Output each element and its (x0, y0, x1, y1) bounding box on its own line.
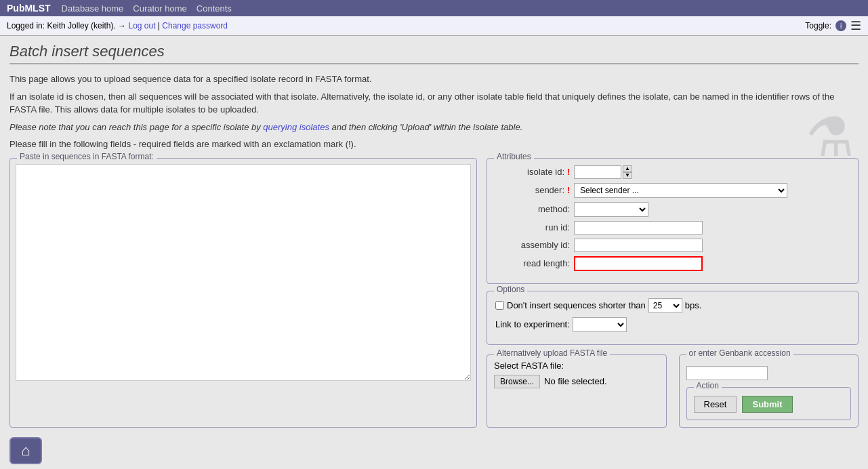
info-para4: Please fill in the following fields - re… (9, 138, 859, 151)
sender-row: sender: ! Select sender ... (495, 183, 850, 198)
toggle-area: Toggle: i ☰ (805, 18, 861, 33)
form-area: Paste in sequences in FASTA format: Attr… (9, 158, 859, 428)
action-box: Action Reset Submit (686, 387, 852, 420)
run-id-label: run id: (495, 222, 570, 232)
dont-insert-row: Don't insert sequences shorter than 25 b… (495, 298, 850, 313)
info-para1: This page allows you to upload sequence … (9, 73, 859, 86)
read-length-input[interactable] (574, 256, 703, 271)
genbank-input-row (686, 366, 852, 380)
link-experiment-row: Link to experiment: (495, 317, 850, 332)
isolate-id-row: isolate id: ! ▲ ▼ (495, 165, 850, 179)
method-row: method: (495, 202, 850, 217)
arrow-icon: → (118, 21, 126, 30)
attributes-legend: Attributes (494, 152, 534, 161)
fasta-panel: Paste in sequences in FASTA format: (9, 158, 477, 428)
fasta-legend: Paste in sequences in FASTA format: (17, 152, 157, 161)
login-bar: Logged in: Keith Jolley (keith). → Log o… (0, 16, 868, 36)
nav-contents[interactable]: Contents (197, 3, 232, 14)
assembly-id-row: assembly id: (495, 239, 850, 252)
genbank-legend: or enter Genbank accession (686, 348, 793, 358)
toggle-label: Toggle: (805, 21, 831, 30)
right-panel: Attributes isolate id: ! ▲ ▼ sender: ! (487, 158, 859, 428)
link-experiment-label: Link to experiment: (495, 319, 570, 329)
upload-col: Alternatively upload FASTA file Select F… (487, 354, 667, 428)
dont-insert-checkbox[interactable] (495, 301, 504, 310)
page-content: ⚗ Batch insert sequences This page allow… (0, 36, 868, 469)
genbank-col: or enter Genbank accession Action Reset … (679, 354, 859, 428)
action-legend: Action (694, 381, 722, 390)
top-navigation: PubMLST Database home Curator home Conte… (0, 0, 868, 16)
reset-button[interactable]: Reset (694, 396, 737, 413)
dont-insert-label: Don't insert sequences shorter than (507, 300, 646, 310)
login-info: Logged in: Keith Jolley (keith). → Log o… (7, 21, 228, 30)
select-file-label: Select FASTA file: (494, 361, 564, 371)
isolate-id-spinner[interactable]: ▲ ▼ (623, 165, 632, 179)
select-file-row: Select FASTA file: (494, 361, 659, 371)
assembly-id-input[interactable] (574, 239, 703, 252)
spinner-down[interactable]: ▼ (623, 172, 632, 179)
options-box: Options Don't insert sequences shorter t… (487, 291, 859, 345)
info-para3: Please note that you can reach this page… (9, 121, 859, 134)
nav-curator-home[interactable]: Curator home (133, 3, 186, 14)
hamburger-icon[interactable]: ☰ (850, 18, 861, 33)
logged-in-text: Logged in: Keith Jolley (keith). (7, 21, 116, 30)
read-length-label: read length: (495, 258, 570, 268)
info-box: This page allows you to upload sequence … (9, 73, 859, 151)
browse-row: Browse... No file selected. (494, 375, 659, 388)
read-length-row: read length: (495, 256, 850, 271)
logout-link[interactable]: Log out (128, 21, 155, 30)
action-buttons: Reset Submit (694, 396, 844, 413)
upload-genbank-area: Alternatively upload FASTA file Select F… (487, 354, 859, 428)
sender-select[interactable]: Select sender ... (574, 183, 787, 198)
upload-legend: Alternatively upload FASTA file (494, 348, 610, 358)
sender-label: sender: ! (495, 185, 570, 195)
no-file-label: No file selected. (544, 376, 607, 386)
run-id-input[interactable] (574, 221, 703, 234)
querying-isolates-link[interactable]: querying isolates (263, 122, 329, 132)
home-button[interactable]: ⌂ (9, 437, 42, 464)
brand-logo[interactable]: PubMLST (7, 3, 51, 14)
genbank-accession-input[interactable] (686, 366, 768, 380)
isolate-id-input[interactable] (574, 165, 621, 179)
assembly-id-label: assembly id: (495, 240, 570, 250)
method-label: method: (495, 204, 570, 214)
link-experiment-select[interactable] (573, 317, 627, 332)
change-password-link[interactable]: Change password (162, 21, 228, 30)
nav-database-home[interactable]: Database home (62, 3, 124, 14)
bps-select[interactable]: 25 (648, 298, 682, 313)
submit-button[interactable]: Submit (742, 396, 792, 413)
spinner-up[interactable]: ▲ (623, 165, 632, 172)
info-para2: If an isolate id is chosen, then all seq… (9, 90, 859, 117)
attributes-box: Attributes isolate id: ! ▲ ▼ sender: ! (487, 158, 859, 284)
home-icon: ⌂ (21, 442, 30, 460)
browse-button[interactable]: Browse... (494, 375, 540, 388)
toggle-info-icon[interactable]: i (835, 20, 846, 31)
isolate-id-label: isolate id: ! (495, 167, 570, 177)
bps-label: bps. (685, 300, 702, 310)
method-select[interactable] (574, 202, 648, 217)
page-title: Batch insert sequences (9, 43, 859, 64)
run-id-row: run id: (495, 221, 850, 234)
fasta-textarea[interactable] (16, 164, 471, 381)
options-legend: Options (494, 285, 527, 294)
